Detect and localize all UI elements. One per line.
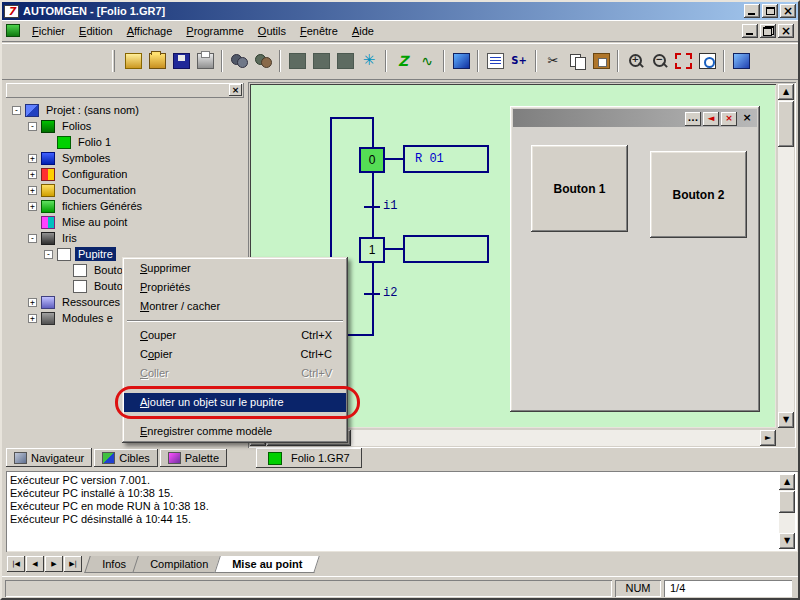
expander-icon[interactable]: + [28, 170, 37, 179]
grafcet-action-0[interactable]: R 01 [403, 145, 489, 173]
toolbar-open-button[interactable] [145, 49, 169, 73]
grafcet-transition-1-label[interactable]: i1 [383, 199, 397, 213]
tree-item-fichiers-generes[interactable]: +fichiers Générés [6, 198, 244, 214]
log-scroll-thumb[interactable] [779, 491, 795, 513]
scroll-down-icon[interactable]: ▼ [779, 533, 795, 549]
context-menu-supprimer[interactable]: Supprimer [124, 259, 346, 278]
menu-affichage[interactable]: Affichage [120, 22, 180, 40]
scroll-up-icon[interactable]: ▲ [778, 84, 794, 100]
pupitre-close-button[interactable]: × [739, 111, 755, 125]
tab-folio-1-gr7[interactable]: Folio 1.GR7 [256, 448, 362, 468]
toolbar-save-button[interactable] [169, 49, 193, 73]
toolbar-list-button[interactable] [483, 49, 507, 73]
canvas-vertical-scrollbar[interactable]: ▲ ▼ [778, 84, 794, 428]
tree-item-configuration[interactable]: +Configuration [6, 166, 244, 182]
context-menu-couper[interactable]: CouperCtrl+X [124, 326, 346, 345]
grafcet-transition-2-label[interactable]: i2 [383, 286, 397, 300]
pupitre-back-button[interactable]: ◄ [703, 112, 719, 126]
connect-icon: ✳ [361, 53, 378, 69]
log-vertical-scrollbar[interactable]: ▲ ▼ [779, 474, 795, 549]
tab-compilation[interactable]: Compilation [132, 556, 226, 573]
log-output[interactable]: Exécuteur PC version 7.001.Exécuteur PC … [6, 471, 798, 552]
menu-edition[interactable]: Edition [72, 22, 120, 40]
last-tab-button[interactable]: ▶| [64, 556, 82, 572]
title-bar[interactable]: 7 AUTOMGEN - [Folio 1.GR7] × [2, 2, 798, 20]
toolbar-oscilloscope-button[interactable]: ∿ [415, 49, 439, 73]
expander-icon[interactable]: - [12, 106, 21, 115]
grafcet-action-1[interactable] [403, 235, 489, 263]
mdi-minimize-button[interactable] [742, 24, 758, 38]
mdi-restore-button[interactable] [760, 24, 776, 38]
scroll-up-icon[interactable]: ▲ [779, 474, 795, 490]
context-menu-proprietes[interactable]: Propriétés [124, 278, 346, 297]
vertical-scroll-thumb[interactable] [778, 101, 794, 147]
toolbar-paste-button[interactable] [589, 49, 613, 73]
expander-icon[interactable]: + [28, 154, 37, 163]
toolbar-copy-button[interactable] [565, 49, 589, 73]
toolbar-zoom-selection-button[interactable] [671, 49, 695, 73]
grafcet-transition-1[interactable] [364, 206, 380, 208]
grafcet-step-0[interactable]: 0 [359, 147, 385, 173]
panel-close-button[interactable]: × [229, 84, 242, 96]
grafcet-transition-2[interactable] [364, 293, 380, 295]
toolbar-symbols-button[interactable]: S+ [507, 49, 531, 73]
toolbar-handle[interactable] [112, 50, 115, 72]
expander-icon[interactable]: + [28, 202, 37, 211]
pupitre-titlebar[interactable]: ...◄×× [513, 109, 757, 127]
expander-icon[interactable]: - [28, 234, 37, 243]
toolbar-go-button[interactable]: Z [391, 49, 415, 73]
menu-fenetre[interactable]: Fenêtre [293, 22, 345, 40]
tree-item-folios[interactable]: -Folios [6, 118, 244, 134]
scroll-down-icon[interactable]: ▼ [778, 412, 794, 428]
menu-outils[interactable]: Outils [251, 22, 293, 40]
toolbar-zoom-page-button[interactable] [695, 49, 719, 73]
toolbar-print-button[interactable] [193, 49, 217, 73]
mdi-close-button[interactable]: × [778, 24, 794, 38]
toolbar-connect-button[interactable]: ✳ [357, 49, 381, 73]
toolbar-zoom-in-button[interactable]: + [623, 49, 647, 73]
expander-icon[interactable]: + [28, 298, 37, 307]
menu-fichier[interactable]: Fichier [25, 22, 72, 40]
pupitre-bouton-2[interactable]: Bouton 2 [650, 151, 747, 238]
pupitre-options-button[interactable]: ... [685, 112, 701, 126]
expander-icon[interactable]: - [28, 122, 37, 131]
context-menu-montrer-cacher[interactable]: Montrer / cacher [124, 297, 346, 316]
menu-aide[interactable]: Aide [345, 22, 381, 40]
menu-programme[interactable]: Programme [179, 22, 250, 40]
tree-item-mise-au-point[interactable]: Mise au point [6, 214, 244, 230]
log-tabs: InfosCompilationMise au point [93, 556, 317, 573]
context-menu-copier[interactable]: CopierCtrl+C [124, 345, 346, 364]
scroll-right-icon[interactable]: ► [760, 430, 776, 446]
grafcet-step-1[interactable]: 1 [359, 237, 385, 263]
previous-tab-button[interactable]: ◀ [26, 556, 44, 572]
toolbar-cut-button[interactable]: ✂ [541, 49, 565, 73]
tree-item-folio-1[interactable]: Folio 1 [6, 134, 244, 150]
pupitre-bouton-1[interactable]: Bouton 1 [531, 145, 628, 232]
toolbar-module-button[interactable] [449, 49, 473, 73]
tree-item-symboles[interactable]: +Symboles [6, 150, 244, 166]
toolbar-new-button[interactable] [121, 49, 145, 73]
pupitre-close-red-button[interactable]: × [721, 112, 737, 126]
tree-item-iris[interactable]: -Iris [6, 230, 244, 246]
tab-cibles[interactable]: Cibles [94, 449, 158, 467]
panel-header[interactable]: × [6, 83, 244, 98]
expander-icon[interactable]: + [28, 186, 37, 195]
next-tab-button[interactable]: ▶ [45, 556, 63, 572]
close-button[interactable]: × [780, 4, 796, 18]
toolbar-compile-button[interactable] [227, 49, 251, 73]
tab-navigateur[interactable]: Navigateur [6, 448, 92, 467]
expander-icon[interactable]: + [28, 314, 37, 323]
toolbar-compile-run-button[interactable] [251, 49, 275, 73]
tree-item-label: Mise au point [59, 215, 130, 229]
context-menu-enregistrer-modele[interactable]: Enregistrer comme modèle [124, 422, 346, 441]
maximize-button[interactable] [762, 4, 778, 18]
first-tab-button[interactable]: |◀ [7, 556, 25, 572]
tab-palette[interactable]: Palette [160, 449, 227, 467]
toolbar-zoom-out-button[interactable]: − [647, 49, 671, 73]
tree-item-projet[interactable]: -Projet : (sans nom) [6, 102, 244, 118]
minimize-button[interactable] [744, 4, 760, 18]
expander-icon[interactable]: - [44, 250, 53, 259]
toolbar-options-button[interactable] [729, 49, 753, 73]
tree-item-documentation[interactable]: +Documentation [6, 182, 244, 198]
tab-mise-au-point[interactable]: Mise au point [214, 556, 320, 573]
